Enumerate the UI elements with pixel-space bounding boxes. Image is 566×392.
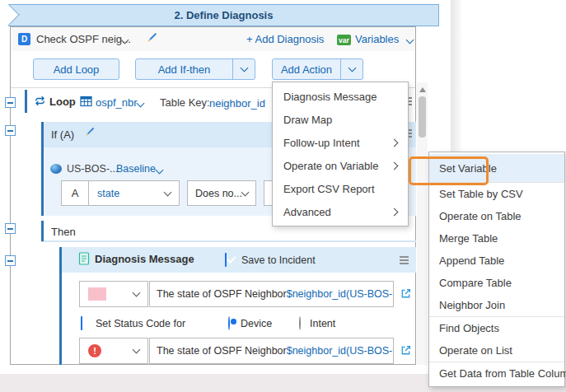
panel-scrollbar-thumb[interactable] [419,96,426,138]
radio-intent-label: Intent [310,318,335,329]
app-window: 2. Define Diagnosis D Check OSPF neig...… [0,0,566,392]
submenu-item-operate-on-list[interactable]: Operate on List [429,339,564,362]
add-if-then-button[interactable]: Add If-then [135,58,255,80]
menu-item-diagnosis-message[interactable]: Diagnosis Message [273,85,408,108]
page-title: 2. Define Diagnosis [175,9,274,21]
menu-item-operate-on-variable[interactable]: Operate on Variable [273,154,408,177]
add-diagnosis-button[interactable]: + Add Diagnosis [246,33,324,45]
add-loop-button[interactable]: Add Loop [33,58,119,80]
submenu-item-set-variable[interactable]: Set Variable [429,154,564,182]
loop-table-dropdown[interactable]: ospf_nbr [96,96,138,109]
table-key-value[interactable]: neighbor_id [209,97,265,110]
device-name: US-BOS-... [67,163,119,175]
open-in-new-icon[interactable] [400,344,412,359]
document-icon [78,252,90,268]
device-icon [50,164,62,174]
chevron-down-icon [133,346,141,354]
status-message-text-input[interactable]: The state of OSPF Neighbor $neighbor_id(… [149,338,394,364]
submenu-item-get-data-from-table-column[interactable]: Get Data from Table Column [429,362,564,385]
submenu-arrow-icon [391,208,399,216]
radio-device[interactable] [228,316,230,330]
variables-badge-icon: var [337,35,351,45]
menu-item-advanced[interactable]: Advanced [273,200,408,223]
set-status-code-checkbox[interactable] [81,316,82,330]
menu-item-draw-map[interactable]: Draw Map [273,108,408,131]
data-source-dropdown[interactable]: Baseline [116,163,156,175]
radio-device-label: Device [241,318,272,329]
submenu-arrow-icon [391,138,399,147]
set-status-code-label: Set Status Code for [96,318,185,329]
then-divider [41,240,416,242]
add-if-then-dropdown-arrow[interactable] [232,59,255,79]
status-severity-dropdown[interactable]: ! [79,338,148,364]
chevron-down-icon [133,289,141,297]
menu-item-follow-up-intent[interactable]: Follow-up Intent [273,131,408,154]
menu-item-export-csv-report[interactable]: Export CSV Report [273,177,408,200]
collapse-message-button[interactable] [5,255,16,266]
alert-icon: ! [88,344,101,357]
message-title: Diagnosis Message [95,253,194,265]
condition-letter-box: A [61,180,89,206]
message-more-menu-icon[interactable] [400,259,409,261]
open-in-new-icon[interactable] [400,287,412,302]
submenu-item-neighbor-join[interactable]: Neighbor Join [429,294,564,316]
save-to-incident-label: Save to Incident [241,254,316,266]
submenu-arrow-icon [391,161,399,170]
diagnosis-name-dropdown[interactable]: Check OSPF neig... [36,33,131,45]
diagnosis-type-badge: D [18,33,30,45]
then-indent-bar [41,221,44,241]
then-label: Then [51,226,76,238]
operate-on-variable-submenu: Set VariableSet Table by CSVOperate on T… [428,152,565,387]
add-action-button[interactable]: Add Action [272,58,363,80]
edit-pencil-icon[interactable] [146,31,158,46]
save-to-incident-checkbox[interactable] [225,253,227,267]
add-action-menu: Diagnosis MessageDraw MapFollow-up Inten… [272,82,409,226]
if-indent-bar [41,122,44,216]
chevron-down-icon [241,188,250,196]
submenu-item-merge-table[interactable]: Merge Table [429,227,564,250]
condition-variable-dropdown[interactable]: state [88,180,180,206]
message-color-dropdown[interactable] [79,281,148,307]
submenu-item-compare-table[interactable]: Compare Table [429,272,564,294]
submenu-item-set-table-by-csv[interactable]: Set Table by CSV [429,183,564,205]
edit-pencil-icon[interactable] [84,126,96,140]
submenu-item-append-table[interactable]: Append Table [429,250,564,272]
if-title: If (A) [51,128,74,141]
step-arrow-icon [0,4,20,25]
submenu-item-operate-on-table[interactable]: Operate on Table [429,205,564,227]
loop-label: Loop [49,96,76,108]
message-text-input[interactable]: The state of OSPF Neighbor $neighbor_id(… [149,281,394,307]
table-icon [80,96,92,110]
step-header[interactable]: 2. Define Diagnosis [8,4,439,26]
condition-operator-dropdown[interactable]: Does no... [187,180,256,206]
chevron-down-icon [164,188,172,196]
table-key-label: Table Key: [160,96,210,109]
scroll-up-arrow-icon[interactable] [419,87,426,92]
variables-dropdown[interactable]: Variables [355,33,399,45]
add-action-dropdown-arrow[interactable] [340,59,363,79]
loop-icon [34,95,46,110]
radio-intent[interactable] [299,316,301,330]
message-color-swatch [88,287,106,301]
loop-indent-bar [25,90,27,113]
collapse-loop-button[interactable] [5,97,16,108]
collapse-then-button[interactable] [5,223,16,234]
message-indent-bar [59,247,62,365]
submenu-item-find-objects[interactable]: Find Objects [429,317,564,339]
collapse-if-button[interactable] [5,125,16,136]
